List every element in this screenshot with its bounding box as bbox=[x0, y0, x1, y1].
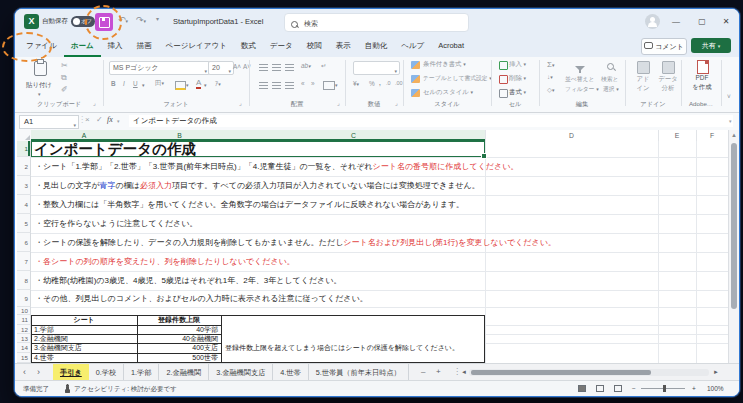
search-box[interactable]: 検索 bbox=[284, 13, 469, 32]
scroll-up-icon[interactable]: ▲ bbox=[731, 132, 737, 138]
vertical-scrollbar[interactable]: ▲ bbox=[728, 130, 739, 363]
zoom-in-button[interactable]: + bbox=[692, 381, 696, 396]
sheet-nav-left-icon[interactable]: ‹ bbox=[23, 364, 26, 380]
menu-tab-ページレイアウト[interactable]: ページレイアウト bbox=[159, 35, 234, 57]
save-button[interactable] bbox=[95, 13, 113, 31]
create-pdf-button-line2[interactable]: を作成 bbox=[687, 83, 717, 92]
cancel-entry-icon[interactable]: × bbox=[85, 115, 90, 124]
merge-cells-icon[interactable] bbox=[323, 81, 335, 90]
align-middle-icon[interactable] bbox=[272, 64, 281, 71]
merge-cells-caret[interactable]: ▾ bbox=[335, 82, 338, 88]
data-analysis-button-line2[interactable]: 分析 bbox=[655, 84, 681, 93]
data-analysis-button-line1[interactable]: データ bbox=[655, 75, 681, 84]
fill-color-caret[interactable]: ▾ bbox=[186, 82, 189, 88]
font-dialog-launcher[interactable]: ⌟ bbox=[239, 99, 245, 105]
insert-cells-button[interactable]: 挿入 ▾ bbox=[509, 60, 526, 69]
grow-font-button[interactable]: A˄ bbox=[233, 63, 241, 70]
ruby-button[interactable]: ｱ▾ bbox=[215, 80, 221, 87]
sheet-tab-0[interactable]: 手引き bbox=[53, 364, 89, 381]
quick-access-customize-button[interactable]: ▾ bbox=[156, 15, 159, 22]
zoom-level[interactable]: 100% bbox=[707, 381, 724, 396]
alignment-dialog-launcher[interactable]: ⌟ bbox=[337, 99, 343, 105]
cut-icon[interactable]: ✂ bbox=[61, 61, 68, 70]
row-header-5[interactable]: 5 bbox=[17, 214, 31, 233]
column-header-E[interactable]: E bbox=[658, 130, 697, 141]
formula-bar-expand-icon[interactable]: ▾ bbox=[729, 118, 732, 124]
conditional-formatting-button[interactable]: 条件付き書式 ▾ bbox=[423, 60, 466, 69]
create-pdf-button-line1[interactable]: PDF bbox=[687, 74, 717, 81]
clipboard-dialog-launcher[interactable]: ⌟ bbox=[93, 99, 99, 105]
sort-filter-button-line1[interactable]: 並べ替えと bbox=[565, 75, 594, 84]
delete-cells-button[interactable]: 削除 ▾ bbox=[509, 74, 526, 83]
close-button[interactable]: ✕ bbox=[713, 9, 739, 35]
menu-tab-挿入[interactable]: 挿入 bbox=[101, 35, 130, 57]
percent-style-icon[interactable]: % bbox=[369, 80, 375, 87]
sheet-tab-6[interactable]: 5.世帯員（前年末日時点） bbox=[309, 364, 409, 381]
row-header-2[interactable]: 2 bbox=[17, 157, 31, 176]
page-break-view-icon[interactable] bbox=[614, 385, 622, 392]
sheet-tab-4[interactable]: 3.金融機関支店 bbox=[209, 364, 273, 381]
addins-button-line1[interactable]: アド bbox=[633, 75, 653, 84]
horizontal-scroll-thumb[interactable] bbox=[471, 370, 651, 375]
row-header-7[interactable]: 7 bbox=[17, 252, 31, 271]
new-sheet-button[interactable]: + bbox=[436, 364, 441, 380]
font-name-combo[interactable]: MS Pゴシック▾ bbox=[109, 61, 210, 75]
row-header-10[interactable]: 10 bbox=[17, 307, 31, 315]
underline-caret[interactable]: ▾ bbox=[142, 82, 145, 88]
align-top-icon[interactable] bbox=[259, 64, 268, 71]
sheet-tab-5[interactable]: 4.世帯 bbox=[273, 364, 308, 381]
align-bottom-icon[interactable] bbox=[285, 64, 294, 71]
user-avatar[interactable] bbox=[645, 14, 660, 29]
decrease-indent-icon[interactable]: « bbox=[301, 80, 305, 87]
confirm-entry-icon[interactable]: ✓ bbox=[96, 115, 103, 124]
share-button[interactable]: 共有 ▾ bbox=[691, 38, 731, 53]
insert-function-icon[interactable]: fx bbox=[107, 115, 113, 124]
increase-indent-icon[interactable]: » bbox=[311, 80, 315, 87]
hscroll-left-icon[interactable]: ◄ bbox=[461, 364, 467, 380]
formula-input[interactable]: インポートデータの作成 bbox=[129, 115, 733, 127]
normal-view-icon[interactable] bbox=[578, 385, 586, 392]
tab-splitter-icon[interactable]: ⋮ bbox=[453, 364, 461, 380]
column-header-D[interactable]: D bbox=[485, 130, 659, 141]
menu-tab-自動化[interactable]: 自動化 bbox=[358, 35, 395, 57]
column-header-A[interactable]: A bbox=[31, 130, 138, 141]
font-color-icon[interactable]: A bbox=[196, 79, 201, 89]
bold-button[interactable]: B bbox=[111, 80, 116, 87]
column-header-B[interactable]: B bbox=[137, 130, 223, 141]
row-header-13[interactable]: 13 bbox=[17, 334, 31, 343]
zoom-slider-thumb[interactable] bbox=[663, 385, 666, 392]
italic-button[interactable]: I bbox=[123, 80, 125, 87]
font-size-combo[interactable]: 20▾ bbox=[208, 61, 234, 75]
menu-tab-描画[interactable]: 描画 bbox=[130, 35, 159, 57]
row-header-3[interactable]: 3 bbox=[17, 176, 31, 195]
menu-tab-数式[interactable]: 数式 bbox=[234, 35, 263, 57]
fill-button[interactable]: ↓▾ bbox=[547, 73, 553, 80]
menu-tab-ヘルプ[interactable]: ヘルプ bbox=[394, 35, 431, 57]
vertical-scroll-thumb[interactable] bbox=[731, 143, 737, 309]
orientation-icon[interactable]: ab▾ bbox=[301, 62, 311, 69]
redo-button[interactable]: ↷▾ bbox=[136, 15, 146, 25]
row-header-1[interactable]: 1 bbox=[17, 141, 31, 157]
find-select-button-line1[interactable]: 検索と bbox=[601, 75, 619, 84]
copy-icon[interactable]: ⧉ bbox=[61, 73, 67, 83]
borders-icon[interactable]: 田▾ bbox=[155, 79, 164, 88]
sheet-tab-3[interactable]: 2.金融機関 bbox=[159, 364, 209, 381]
decrease-decimal-icon[interactable]: .00 bbox=[395, 80, 403, 86]
sheet-tab-2[interactable]: 1.学部 bbox=[124, 364, 159, 381]
row-header-8[interactable]: 8 bbox=[17, 271, 31, 290]
autosave-toggle[interactable]: オフ bbox=[71, 16, 95, 27]
column-header-C[interactable]: C bbox=[222, 130, 486, 141]
menu-tab-ファイル[interactable]: ファイル bbox=[19, 35, 64, 57]
maximize-button[interactable]: ▢ bbox=[689, 9, 715, 35]
undo-button[interactable]: ↶▾ bbox=[118, 15, 128, 25]
accessibility-status[interactable]: アクセシビリティ: 検討が必要です bbox=[74, 381, 177, 396]
sheet-tab-1[interactable]: 0.学校 bbox=[89, 364, 124, 381]
addins-button-line2[interactable]: イン bbox=[633, 84, 653, 93]
fx-caret[interactable]: ▾ bbox=[117, 118, 120, 124]
align-right-icon[interactable] bbox=[285, 82, 294, 89]
collapse-ribbon-icon[interactable]: ˅ bbox=[727, 93, 731, 100]
font-color-caret[interactable]: ▾ bbox=[204, 82, 207, 88]
align-left-icon[interactable] bbox=[259, 82, 268, 89]
minimize-button[interactable]: — bbox=[663, 9, 689, 35]
format-cells-button[interactable]: 書式 ▾ bbox=[509, 88, 526, 97]
